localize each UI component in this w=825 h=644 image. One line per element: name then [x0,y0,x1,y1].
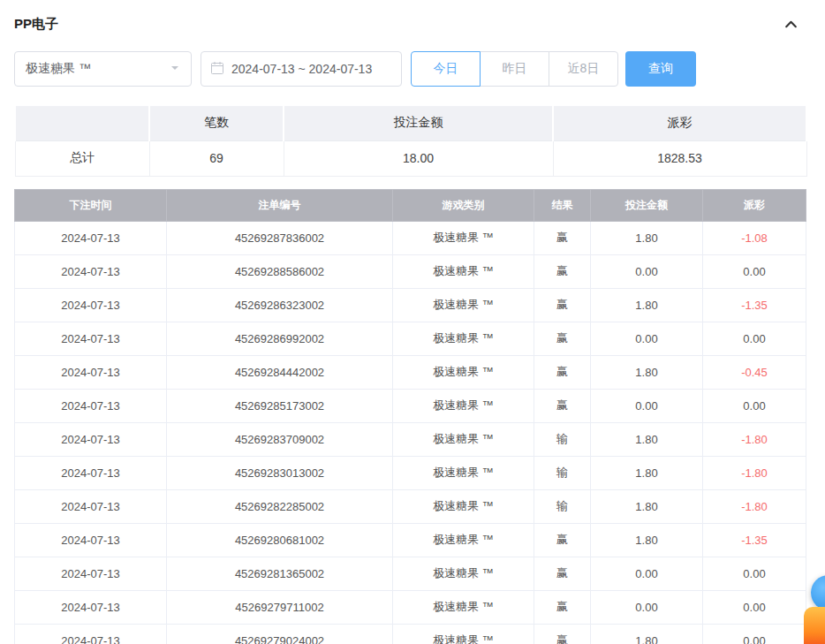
bet-amount-cell: 0.00 [591,389,703,422]
bet-id-cell: 45269280681002 [167,523,393,557]
payout-cell: 0.00 [703,557,806,590]
table-row: 2024-07-1345269285173002极速糖果 ™赢0.000.00 [15,389,806,422]
bet-id-cell: 45269283709002 [167,422,393,456]
bet-time-cell: 2024-07-13 [15,254,167,288]
payout-cell: -1.80 [703,456,806,489]
calendar-icon [210,61,224,78]
game-select-value: 极速糖果 ™ [26,61,91,77]
game-select[interactable]: 极速糖果 ™ [14,51,192,87]
date-range-input[interactable]: 2024-07-13 ~ 2024-07-13 [201,51,402,87]
records-header-bet-id: 注单编号 [167,189,393,221]
bet-amount-cell: 0.00 [591,557,703,590]
payout-cell: -1.80 [703,489,806,523]
collapse-chevron-up-icon[interactable] [783,17,799,32]
game-type-cell: 极速糖果 ™ [393,624,534,644]
table-row: 2024-07-1345269286323002极速糖果 ™赢1.80-1.35 [15,288,806,322]
game-type-cell: 极速糖果 ™ [393,557,534,590]
bet-time-cell: 2024-07-13 [15,456,167,489]
yesterday-button[interactable]: 昨日 [480,51,549,87]
game-type-cell: 极速糖果 ™ [393,523,534,557]
payout-cell: -1.35 [703,288,806,322]
records-header-game-type: 游戏类别 [393,189,534,221]
last-8-days-button[interactable]: 近8日 [549,51,618,87]
page-title: PP电子 [14,16,58,33]
summary-header-row: 笔数 投注金额 派彩 [15,105,806,140]
table-row: 2024-07-1345269286992002极速糖果 ™赢0.000.00 [15,322,806,355]
bet-time-cell: 2024-07-13 [15,322,167,355]
payout-cell: -1.08 [703,221,806,254]
records-header-payout: 派彩 [703,189,806,221]
bet-id-cell: 45269283013002 [167,456,393,489]
result-cell: 赢 [534,221,591,254]
summary-header-payout: 派彩 [553,105,806,140]
records-header-bet-amount: 投注金额 [591,189,703,221]
bet-id-cell: 45269287836002 [167,221,393,254]
bet-time-cell: 2024-07-13 [15,590,167,624]
result-cell: 输 [534,456,591,489]
table-row: 2024-07-1345269281365002极速糖果 ™赢0.000.00 [15,557,806,590]
table-row: 2024-07-1345269283709002极速糖果 ™输1.80-1.80 [15,422,806,456]
bet-time-cell: 2024-07-13 [15,221,167,254]
search-button[interactable]: 查询 [625,51,696,87]
game-type-cell: 极速糖果 ™ [393,590,534,624]
bet-id-cell: 45269282285002 [167,489,393,523]
result-cell: 赢 [534,288,591,322]
bet-amount-cell: 1.80 [591,355,703,389]
date-range-value: 2024-07-13 ~ 2024-07-13 [231,62,372,76]
summary-total-row: 总计 69 18.00 1828.53 [15,140,806,176]
bet-id-cell: 45269288586002 [167,254,393,288]
table-row: 2024-07-1345269283013002极速糖果 ™输1.80-1.80 [15,456,806,489]
bet-amount-cell: 0.00 [591,590,703,624]
summary-total-count: 69 [149,140,284,176]
payout-cell: -1.35 [703,523,806,557]
bet-amount-cell: 1.80 [591,489,703,523]
game-type-cell: 极速糖果 ™ [393,355,534,389]
bet-amount-cell: 1.80 [591,456,703,489]
table-row: 2024-07-1345269280681002极速糖果 ™赢1.80-1.35 [15,523,806,557]
game-type-cell: 极速糖果 ™ [393,422,534,456]
payout-cell: 0.00 [703,590,806,624]
payout-cell: -0.45 [703,355,806,389]
result-cell: 赢 [534,523,591,557]
bet-time-cell: 2024-07-13 [15,422,167,456]
chevron-down-icon [170,62,180,76]
bet-id-cell: 45269286323002 [167,288,393,322]
result-cell: 输 [534,489,591,523]
bet-id-cell: 45269286992002 [167,322,393,355]
bet-time-cell: 2024-07-13 [15,557,167,590]
bet-amount-cell: 0.00 [591,322,703,355]
pp-electronic-panel: PP电子 极速糖果 ™ 2024-07-13 ~ 2024-07-13 [0,0,825,644]
game-type-cell: 极速糖果 ™ [393,489,534,523]
payout-cell: 0.00 [703,624,806,644]
summary-total-label: 总计 [15,140,149,176]
summary-total-payout: 1828.53 [553,140,806,176]
summary-header-blank [15,105,149,140]
game-type-cell: 极速糖果 ™ [393,389,534,422]
summary-header-count: 笔数 [149,105,284,140]
game-type-cell: 极速糖果 ™ [393,322,534,355]
payout-cell: -1.80 [703,422,806,456]
result-cell: 赢 [534,355,591,389]
table-row: 2024-07-1345269279024002极速糖果 ™赢1.800.00 [15,624,806,644]
game-type-cell: 极速糖果 ™ [393,254,534,288]
table-row: 2024-07-1345269287836002极速糖果 ™赢1.80-1.08 [15,221,806,254]
bet-amount-cell: 1.80 [591,422,703,456]
summary-total-bet-amount: 18.00 [284,140,553,176]
today-button[interactable]: 今日 [411,51,481,87]
result-cell: 赢 [534,557,591,590]
bet-time-cell: 2024-07-13 [15,523,167,557]
floating-widget[interactable] [804,607,825,644]
payout-cell: 0.00 [703,322,806,355]
summary-table: 笔数 投注金额 派彩 总计 69 18.00 1828.53 [14,104,807,177]
bet-amount-cell: 0.00 [591,254,703,288]
panel-header: PP电子 [14,12,806,35]
records-header-row: 下注时间 注单编号 游戏类别 结果 投注金额 派彩 [15,189,806,221]
table-row: 2024-07-1345269288586002极速糖果 ™赢0.000.00 [15,254,806,288]
game-type-cell: 极速糖果 ™ [393,288,534,322]
payout-cell: 0.00 [703,254,806,288]
table-row: 2024-07-1345269284442002极速糖果 ™赢1.80-0.45 [15,355,806,389]
result-cell: 赢 [534,624,591,644]
bet-amount-cell: 1.80 [591,221,703,254]
bet-id-cell: 45269285173002 [167,389,393,422]
table-row: 2024-07-1345269279711002极速糖果 ™赢0.000.00 [15,590,806,624]
